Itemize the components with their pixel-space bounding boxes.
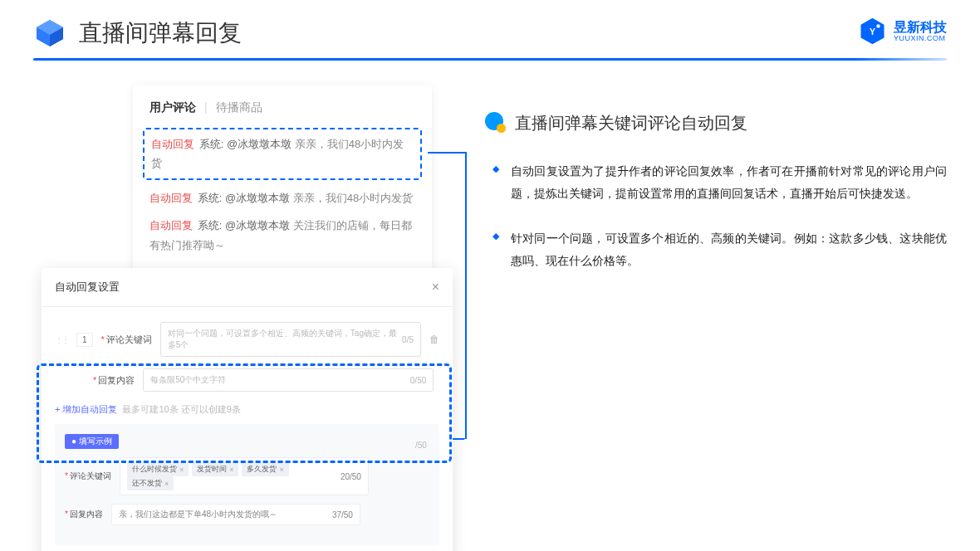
svg-point-5	[876, 24, 880, 27]
close-icon[interactable]: ×	[432, 280, 439, 295]
ex-keyword-input: 什么时候发货×发货时间×多久发货×还不发货× 20/50	[120, 457, 369, 495]
tag-remove-icon[interactable]: ×	[229, 466, 233, 474]
add-auto-reply-link[interactable]: + 增加自动回复最多可建10条 还可以创建9条	[55, 403, 439, 416]
ex-reply-label: 回复内容	[70, 510, 103, 519]
reply-input[interactable]: 每条限50个中文字符 0/50	[143, 368, 434, 392]
tab-user-comments[interactable]: 用户评论	[149, 100, 196, 115]
example-badge: ● 填写示例	[65, 434, 119, 449]
svg-text:Y: Y	[870, 27, 875, 37]
keyword-label: 评论关键词	[106, 334, 152, 344]
stray-count: /50	[415, 441, 427, 450]
reply-label: 回复内容	[98, 375, 135, 385]
logo-en: YUUXIN.COM	[894, 34, 947, 42]
drag-handle-icon[interactable]: ⋮⋮	[55, 335, 68, 344]
bubble-icon	[482, 110, 507, 135]
example-box: ● 填写示例 *评论关键词 什么时候发货×发货时间×多久发货×还不发货× 20/…	[55, 424, 439, 545]
tag-remove-icon[interactable]: ×	[179, 466, 184, 474]
keyword-tag: 还不发货×	[127, 476, 174, 490]
keyword-input[interactable]: 对同一个问题，可设置多个相近、高频的关键词，Tag确定，最多5个 0/5	[160, 322, 421, 357]
section-title: 直播间弹幕关键词评论自动回复	[515, 112, 747, 134]
bullet-item: 针对同一个问题，可设置多个相近的、高频的关键词。例如：这款多少钱、这块能优惠吗、…	[511, 227, 947, 271]
dialog-title: 自动回复设置	[55, 280, 120, 295]
ex-keyword-label: 评论关键词	[70, 471, 111, 480]
keyword-tag: 多久发货×	[242, 462, 288, 476]
auto-reply-settings-dialog: 自动回复设置 × ⋮⋮ 1 *评论关键词 对同一个问题，可设置多个相近、高频的关…	[42, 268, 453, 551]
add-hint: 最多可建10条 还可以创建9条	[122, 404, 240, 414]
tag-remove-icon[interactable]: ×	[164, 480, 169, 488]
connector-line	[465, 152, 467, 439]
row-number: 1	[76, 333, 93, 347]
comment-item: 自动回复 系统: @冰墩墩本墩 亲亲，我们48小时内发货	[149, 188, 415, 207]
cube-icon	[33, 17, 66, 50]
page-title: 直播间弹幕回复	[79, 17, 242, 49]
connector-line	[428, 152, 465, 154]
comment-item: 自动回复 系统: @冰墩墩本墩 关注我们的店铺，每日都有热门推荐呦～	[149, 216, 415, 255]
comment-item-highlighted: 自动回复 系统: @冰墩墩本墩 亲亲，我们48小时内发货	[143, 128, 422, 180]
tag-remove-icon[interactable]: ×	[279, 466, 283, 474]
tab-separator: |	[204, 100, 208, 115]
bullet-item: 自动回复设置为了提升作者的评论回复效率，作者可在开播前针对常见的评论用户问题，提…	[511, 160, 947, 204]
tab-pending-goods[interactable]: 待播商品	[216, 100, 262, 115]
header-divider	[33, 58, 947, 61]
brand-logo: Y 昱新科技 YUUXIN.COM	[858, 17, 947, 46]
ex-reply-input: 亲，我们这边都是下单48小时内发货的哦～ 37/50	[111, 504, 360, 525]
keyword-tag: 什么时候发货×	[127, 462, 189, 476]
logo-cn: 昱新科技	[894, 20, 947, 35]
keyword-tag: 发货时间×	[192, 462, 238, 476]
delete-icon[interactable]: 🗑	[429, 334, 439, 345]
connector-line	[453, 438, 465, 440]
